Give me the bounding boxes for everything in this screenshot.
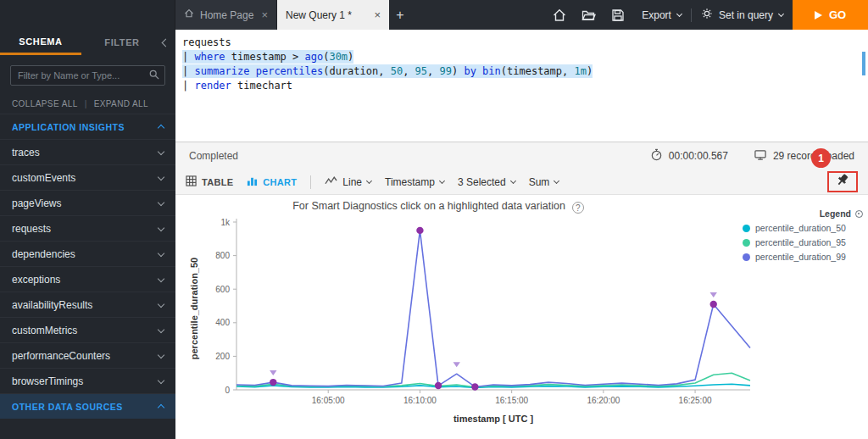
- status-text: Completed: [189, 150, 238, 162]
- table-icon: [186, 175, 197, 188]
- sidebar-item-pageviews[interactable]: pageViews: [0, 190, 175, 215]
- x-tick-label: 16:25:00: [679, 396, 712, 405]
- anomaly-dot: [416, 227, 423, 234]
- table-label: TABLE: [202, 177, 233, 187]
- home-button[interactable]: [545, 8, 574, 22]
- query-token: bin: [482, 65, 501, 77]
- sidebar-item-application-insights[interactable]: APPLICATION INSIGHTS: [0, 114, 175, 139]
- chevron-down-icon: [158, 224, 164, 231]
- display-icon: [754, 148, 767, 164]
- go-button[interactable]: GO: [793, 0, 868, 30]
- go-label: GO: [829, 8, 846, 21]
- chevron-down-icon: [158, 147, 164, 154]
- tab-label: New Query 1 *: [286, 9, 352, 21]
- sidebar-item-exceptions[interactable]: exceptions: [0, 266, 175, 292]
- collapse-all-button[interactable]: COLLAPSE ALL: [12, 99, 78, 108]
- pin-to-dashboard-button[interactable]: [833, 171, 852, 192]
- sidebar-item-customevents[interactable]: customEvents: [0, 164, 175, 190]
- topbar-actions: Export Set in query GO: [545, 0, 868, 30]
- y-tick-label: 400: [215, 318, 230, 327]
- aggregation-dropdown[interactable]: Sum: [529, 176, 559, 188]
- tab-filter[interactable]: FILTER: [81, 30, 163, 55]
- chart-type-dropdown[interactable]: Line: [325, 175, 371, 188]
- sidebar-item-label: dependencies: [12, 248, 75, 260]
- y-axis-dropdown[interactable]: 3 Selected: [458, 176, 515, 188]
- query-token: where: [194, 51, 225, 63]
- smart-diagnostics-banner: For Smart Diagnostics click on a highlig…: [201, 200, 676, 214]
- query-line[interactable]: | summarize percentiles(duration, 50, 95…: [182, 64, 868, 79]
- line-chart-icon: [325, 175, 337, 188]
- legend-label: percentile_duration_50: [755, 223, 846, 233]
- annotation-highlight-box: [827, 171, 858, 192]
- duration-group: 00:00:00.567: [650, 148, 728, 164]
- results-toolbar: TABLE CHART Line Timestamp 3: [175, 169, 868, 195]
- sidebar-item-performancecounters[interactable]: performanceCounters: [0, 342, 175, 368]
- y-tick-label: 1k: [220, 218, 231, 227]
- variation-triangle: [453, 362, 460, 367]
- export-dropdown[interactable]: Export: [632, 9, 691, 21]
- sidebar-item-traces[interactable]: traces: [0, 139, 175, 164]
- tab-home-page[interactable]: Home Page ×: [175, 0, 277, 30]
- chevron-down-icon: [158, 325, 164, 332]
- query-token: |: [182, 51, 194, 63]
- close-tab-icon[interactable]: ×: [261, 9, 268, 20]
- chevron-down-icon: [676, 11, 682, 17]
- sidebar-item-label: APPLICATION INSIGHTS: [12, 122, 125, 132]
- chart-label: CHART: [263, 177, 297, 187]
- query-token: ): [452, 65, 464, 77]
- x-axis-dropdown[interactable]: Timestamp: [385, 176, 444, 188]
- query-editor[interactable]: requests| where timestamp > ago(30m)| su…: [175, 30, 868, 142]
- anomaly-dot: [471, 383, 478, 390]
- query-token: 50: [391, 65, 403, 77]
- timechart[interactable]: 02004006008001k16:05:0016:10:0016:15:001…: [196, 214, 765, 427]
- table-view-toggle[interactable]: TABLE: [186, 175, 233, 188]
- expand-all-button[interactable]: EXPAND ALL: [94, 99, 148, 108]
- records-group: 29 records loaded: [754, 148, 854, 164]
- chevron-down-icon: [778, 11, 784, 17]
- topbar-logo-area: [0, 0, 175, 30]
- chevron-up-icon: [158, 125, 164, 131]
- sidebar-item-label: customMetrics: [12, 325, 77, 336]
- chart-type-label: Line: [342, 176, 362, 188]
- legend-settings-icon[interactable]: [855, 210, 863, 218]
- y-tick-label: 0: [225, 386, 230, 395]
- chevron-up-icon: [158, 404, 164, 411]
- sidebar-item-label: OTHER DATA SOURCES: [12, 402, 123, 412]
- new-tab-button[interactable]: +: [389, 0, 411, 30]
- sidebar-item-dependencies[interactable]: dependencies: [0, 241, 175, 266]
- anomaly-dot: [435, 382, 442, 389]
- info-icon[interactable]: ?: [572, 202, 584, 214]
- series-percentile_duration_99: [236, 231, 750, 387]
- query-line[interactable]: requests: [182, 36, 868, 50]
- query-token: render: [194, 80, 231, 92]
- query-token: summarize: [194, 65, 249, 77]
- y-tick-label: 200: [215, 352, 230, 361]
- tab-schema[interactable]: SCHEMA: [0, 30, 81, 55]
- chart-view-toggle[interactable]: CHART: [247, 175, 297, 188]
- sidebar-item-other-data-sources[interactable]: OTHER DATA SOURCES: [0, 393, 175, 419]
- sidebar-item-custommetrics[interactable]: customMetrics: [0, 317, 175, 342]
- query-token: ): [587, 65, 593, 77]
- sidebar-item-label: exceptions: [12, 274, 60, 286]
- query-token: [476, 65, 482, 77]
- sidebar-item-label: availabilityResults: [12, 299, 92, 311]
- gear-icon: [701, 8, 713, 22]
- query-line[interactable]: | render timechart: [182, 79, 868, 93]
- save-button[interactable]: [604, 8, 632, 22]
- close-tab-icon[interactable]: ×: [374, 9, 381, 20]
- search-input[interactable]: [16, 69, 149, 81]
- schema-search: [10, 65, 165, 86]
- open-folder-button[interactable]: [574, 8, 604, 22]
- tab-new-query[interactable]: New Query 1 * ×: [277, 0, 389, 30]
- query-token: by: [464, 65, 476, 77]
- editor-scrollbar[interactable]: [862, 52, 865, 75]
- x-tick-label: 16:10:00: [403, 396, 437, 405]
- sidebar-item-label: performanceCounters: [12, 350, 110, 362]
- sidebar-item-availabilityresults[interactable]: availabilityResults: [0, 292, 175, 317]
- query-line[interactable]: | where timestamp > ago(30m): [182, 50, 868, 64]
- sidebar-item-browsertimings[interactable]: browserTimings: [0, 368, 175, 393]
- app-window: Home Page × New Query 1 * × + Export: [0, 0, 868, 439]
- sidebar-item-requests[interactable]: requests: [0, 215, 175, 241]
- set-in-query-dropdown[interactable]: Set in query: [692, 8, 793, 22]
- x-tick-label: 16:20:00: [587, 396, 620, 405]
